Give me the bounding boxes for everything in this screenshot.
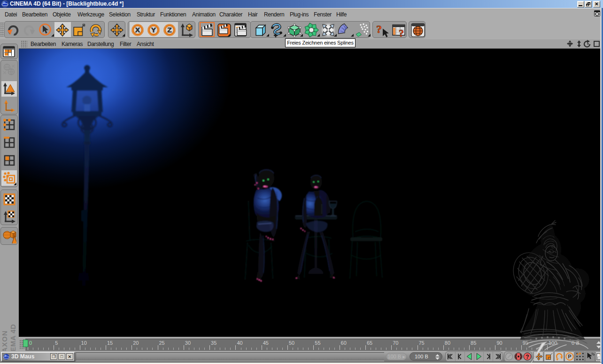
svg-text:X: X [135, 26, 140, 34]
svg-text:?: ? [376, 23, 382, 35]
svg-text:?: ? [526, 354, 529, 360]
svg-text:P: P [568, 354, 571, 359]
svg-text:Y: Y [151, 26, 156, 34]
svg-text:?: ? [399, 27, 404, 38]
svg-text:Z: Z [167, 26, 172, 34]
